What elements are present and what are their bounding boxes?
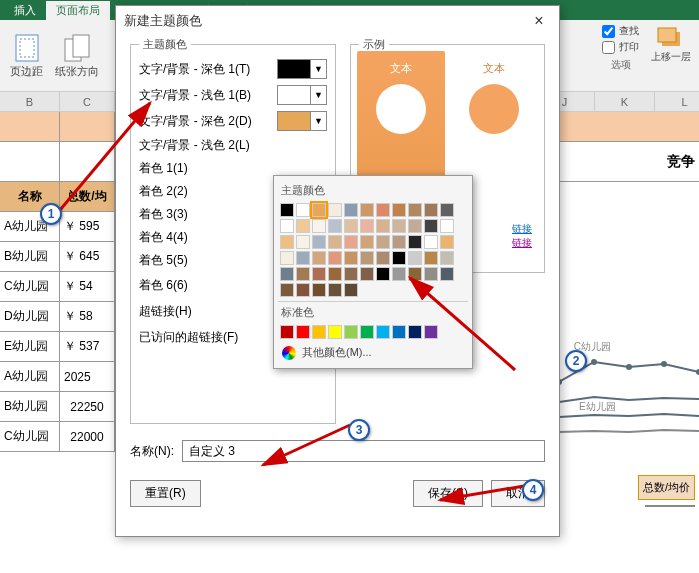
tab-layout[interactable]: 页面布局 bbox=[46, 1, 110, 20]
palette-color[interactable] bbox=[424, 203, 438, 217]
palette-color[interactable] bbox=[440, 267, 454, 281]
palette-color[interactable] bbox=[392, 267, 406, 281]
color-swatch[interactable]: ▼ bbox=[277, 85, 327, 105]
palette-color[interactable] bbox=[424, 251, 438, 265]
palette-color[interactable] bbox=[312, 203, 326, 217]
palette-color[interactable] bbox=[296, 251, 310, 265]
palette-color[interactable] bbox=[424, 325, 438, 339]
palette-color[interactable] bbox=[344, 219, 358, 233]
palette-color[interactable] bbox=[392, 251, 406, 265]
palette-color[interactable] bbox=[440, 203, 454, 217]
palette-color[interactable] bbox=[328, 283, 342, 297]
orientation-button[interactable]: 纸张方向 bbox=[49, 30, 105, 81]
palette-color[interactable] bbox=[392, 219, 406, 233]
palette-color[interactable] bbox=[376, 235, 390, 249]
palette-color[interactable] bbox=[360, 251, 374, 265]
margins-button[interactable]: 页边距 bbox=[4, 30, 49, 81]
palette-color[interactable] bbox=[296, 203, 310, 217]
palette-color[interactable] bbox=[280, 283, 294, 297]
palette-color[interactable] bbox=[344, 283, 358, 297]
palette-color[interactable] bbox=[312, 219, 326, 233]
cell[interactable]: A幼儿园 bbox=[0, 362, 60, 392]
more-colors[interactable]: 其他颜色(M)... bbox=[278, 341, 468, 364]
palette-color[interactable] bbox=[376, 251, 390, 265]
col-header[interactable]: B bbox=[0, 92, 60, 111]
palette-color[interactable] bbox=[392, 235, 406, 249]
cell[interactable]: ￥ 595 bbox=[60, 212, 115, 242]
palette-color[interactable] bbox=[344, 267, 358, 281]
palette-color[interactable] bbox=[408, 251, 422, 265]
palette-color[interactable] bbox=[328, 219, 342, 233]
palette-color[interactable] bbox=[360, 267, 374, 281]
color-swatch[interactable]: ▼ bbox=[277, 59, 327, 79]
palette-color[interactable] bbox=[408, 325, 422, 339]
palette-color[interactable] bbox=[408, 203, 422, 217]
palette-color[interactable] bbox=[344, 251, 358, 265]
palette-color[interactable] bbox=[376, 203, 390, 217]
palette-color[interactable] bbox=[296, 283, 310, 297]
palette-color[interactable] bbox=[392, 203, 406, 217]
palette-color[interactable] bbox=[424, 219, 438, 233]
tab-insert[interactable]: 插入 bbox=[4, 1, 46, 20]
palette-color[interactable] bbox=[440, 219, 454, 233]
col-header[interactable]: K bbox=[595, 92, 655, 111]
palette-color[interactable] bbox=[344, 203, 358, 217]
palette-color[interactable] bbox=[328, 203, 342, 217]
palette-color[interactable] bbox=[424, 235, 438, 249]
cell[interactable]: 2025 bbox=[60, 362, 115, 392]
find-checkbox[interactable]: 查找 bbox=[602, 24, 639, 38]
palette-color[interactable] bbox=[296, 235, 310, 249]
palette-color[interactable] bbox=[328, 235, 342, 249]
palette-color[interactable] bbox=[296, 325, 310, 339]
color-swatch[interactable]: ▼ bbox=[277, 111, 327, 131]
cell[interactable]: E幼儿园 bbox=[0, 332, 60, 362]
cell[interactable]: 22250 bbox=[60, 392, 115, 422]
cell[interactable]: ￥ 645 bbox=[60, 242, 115, 272]
palette-color[interactable] bbox=[440, 251, 454, 265]
palette-color[interactable] bbox=[360, 203, 374, 217]
palette-color[interactable] bbox=[312, 235, 326, 249]
col-header[interactable]: L bbox=[655, 92, 699, 111]
palette-color[interactable] bbox=[360, 219, 374, 233]
palette-color[interactable] bbox=[312, 267, 326, 281]
palette-color[interactable] bbox=[280, 219, 294, 233]
palette-color[interactable] bbox=[440, 235, 454, 249]
options-link[interactable]: 选项 bbox=[602, 56, 639, 72]
palette-color[interactable] bbox=[344, 325, 358, 339]
cell[interactable]: 22000 bbox=[60, 422, 115, 452]
cell[interactable]: ￥ 54 bbox=[60, 272, 115, 302]
palette-color[interactable] bbox=[328, 325, 342, 339]
palette-color[interactable] bbox=[408, 235, 422, 249]
cell[interactable]: ￥ 537 bbox=[60, 332, 115, 362]
reset-button[interactable]: 重置(R) bbox=[130, 480, 201, 507]
palette-color[interactable] bbox=[424, 267, 438, 281]
palette-color[interactable] bbox=[280, 235, 294, 249]
cell[interactable]: B幼儿园 bbox=[0, 242, 60, 272]
header-cell[interactable]: 总数/均 bbox=[60, 182, 115, 212]
palette-color[interactable] bbox=[408, 267, 422, 281]
col-header[interactable]: C bbox=[60, 92, 115, 111]
palette-color[interactable] bbox=[280, 325, 294, 339]
palette-color[interactable] bbox=[296, 267, 310, 281]
palette-color[interactable] bbox=[376, 325, 390, 339]
cell[interactable]: C幼儿园 bbox=[0, 272, 60, 302]
palette-color[interactable] bbox=[376, 267, 390, 281]
palette-color[interactable] bbox=[280, 251, 294, 265]
palette-color[interactable] bbox=[408, 219, 422, 233]
palette-color[interactable] bbox=[392, 325, 406, 339]
palette-color[interactable] bbox=[296, 219, 310, 233]
print-checkbox[interactable]: 打印 bbox=[602, 40, 639, 54]
palette-color[interactable] bbox=[312, 251, 326, 265]
palette-color[interactable] bbox=[360, 325, 374, 339]
palette-color[interactable] bbox=[312, 325, 326, 339]
name-input[interactable] bbox=[182, 440, 545, 462]
palette-color[interactable] bbox=[280, 203, 294, 217]
palette-color[interactable] bbox=[312, 283, 326, 297]
layer-button[interactable]: 上移一层 bbox=[651, 24, 691, 64]
cell[interactable]: B幼儿园 bbox=[0, 392, 60, 422]
cell[interactable]: D幼儿园 bbox=[0, 302, 60, 332]
palette-color[interactable] bbox=[280, 267, 294, 281]
cell[interactable]: C幼儿园 bbox=[0, 422, 60, 452]
palette-color[interactable] bbox=[328, 251, 342, 265]
cell[interactable]: ￥ 58 bbox=[60, 302, 115, 332]
